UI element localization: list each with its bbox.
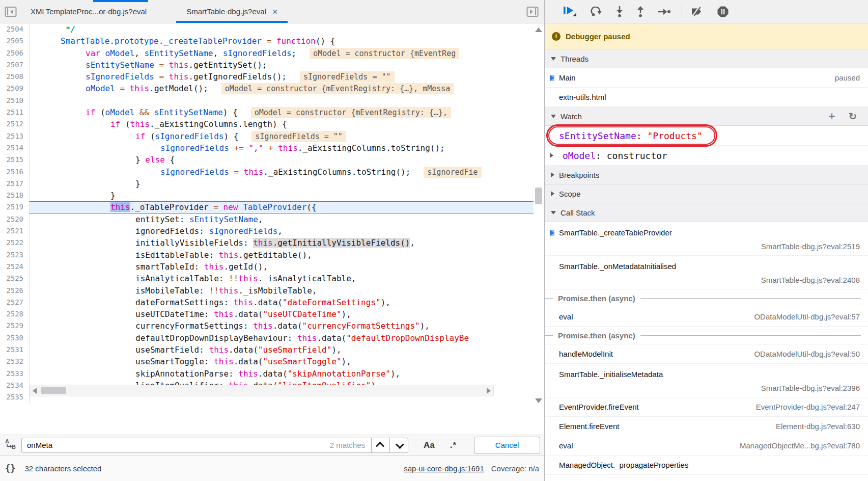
step-button[interactable]	[658, 8, 671, 16]
horizontal-scrollbar[interactable]	[30, 385, 494, 396]
stack-frame[interactable]: evalODataModelUtil-dbg.js?eval:57	[545, 307, 868, 327]
source-file-link[interactable]: sap-ui-core-dbg.js:1691	[404, 464, 484, 473]
case-sensitive-toggle[interactable]: Aa	[424, 440, 435, 450]
stack-frame[interactable]: Element.fireEventElement-dbg.js?eval:630	[545, 417, 868, 436]
scroll-right-arrow-icon[interactable]	[487, 388, 491, 394]
line-number[interactable]: 2524	[0, 261, 30, 273]
line-number[interactable]: 2512	[0, 118, 30, 130]
line-number[interactable]: 2526	[0, 285, 30, 297]
line-number[interactable]: 2504	[0, 23, 30, 35]
stack-frame[interactable]: ManagedObject._propagateProperties	[545, 456, 868, 475]
line-number[interactable]: 2535	[0, 391, 30, 403]
frame-location: SmartTable-dbg.js?eval:2408	[761, 276, 860, 284]
code-line-content: isMobileTable: !!this._isMobileTable,	[30, 285, 534, 297]
threads-section-header[interactable]: Threads	[545, 49, 868, 68]
code-editor[interactable]: 2504 */2505SmartTable.prototype._createT…	[0, 23, 534, 408]
next-match-button[interactable]	[389, 438, 408, 452]
thread-row[interactable]: extn-utils.html	[545, 88, 868, 107]
watch-expression[interactable]: oModel: constructor	[545, 146, 868, 166]
line-number[interactable]: 2514	[0, 142, 30, 154]
paused-pointer-icon	[550, 75, 554, 81]
async-separator-label: Promise.then (async)	[558, 294, 635, 303]
scope-section-header[interactable]: Scope	[545, 184, 868, 203]
breakpoints-section-header[interactable]: Breakpoints	[545, 166, 868, 184]
line-number[interactable]: 2511	[0, 106, 30, 118]
code-line-2510: 2510	[0, 95, 534, 106]
add-watch-icon[interactable]: +	[828, 110, 835, 122]
code-line-content: skipAnnotationParse: this.data("skipAnno…	[30, 368, 534, 380]
watch-section-header[interactable]: Watch + ↻	[545, 107, 868, 126]
line-number[interactable]: 2513	[0, 130, 30, 142]
line-number[interactable]: 2523	[0, 249, 30, 261]
thread-row[interactable]: Mainpaused	[545, 68, 868, 88]
search-input[interactable]	[22, 441, 330, 449]
devtools-active-tab-indicator	[93, 0, 148, 2]
line-number[interactable]: 2517	[0, 178, 30, 190]
step-over-button[interactable]	[591, 7, 602, 16]
code-line-2531: 2531useSmartField: this.data("useSmartFi…	[0, 344, 534, 356]
vertical-scroll-thumb[interactable]	[535, 188, 542, 204]
line-number[interactable]: 2505	[0, 35, 30, 47]
line-number[interactable]: 2520	[0, 213, 30, 225]
stack-frame[interactable]: SmartTable._createTableProviderSmartTabl…	[545, 222, 868, 256]
frame-location: ODataModelUtil-dbg.js?eval:50	[748, 350, 860, 358]
line-number[interactable]: 2510	[0, 95, 30, 106]
stack-frame[interactable]: EventProvider.fireEventEventProvider-dbg…	[545, 397, 868, 417]
line-number[interactable]: 2530	[0, 332, 30, 344]
line-number[interactable]: 2521	[0, 225, 30, 237]
call-stack-section-header[interactable]: Call Stack	[545, 203, 868, 222]
tab-1[interactable]: XMLTemplateProc...or-dbg.js?eval	[20, 0, 157, 23]
regex-toggle[interactable]: .*	[450, 440, 457, 450]
line-number[interactable]: 2508	[0, 71, 30, 83]
scroll-left-arrow-icon[interactable]	[33, 388, 37, 394]
line-number[interactable]: 2518	[0, 190, 30, 201]
step-out-button[interactable]	[637, 6, 644, 17]
previous-match-button[interactable]	[371, 438, 389, 452]
line-number[interactable]: 2525	[0, 273, 30, 284]
line-number[interactable]: 2509	[0, 83, 30, 94]
step-in-button[interactable]	[616, 6, 623, 17]
current-frame-icon	[550, 230, 554, 236]
thread-name: Main	[559, 73, 576, 82]
scroll-up-arrow-icon[interactable]	[535, 28, 542, 32]
horizontal-scroll-thumb[interactable]	[41, 387, 66, 394]
watch-expression[interactable]: sEntitySetName: "Products"	[545, 126, 868, 146]
pretty-print-button[interactable]: {}	[5, 463, 15, 473]
code-line-content	[30, 95, 534, 106]
tab-2[interactable]: SmartTable-dbg.js?eval×	[176, 0, 288, 23]
debug-controls-toolbar	[545, 0, 868, 23]
line-number[interactable]: 2507	[0, 59, 30, 71]
line-number[interactable]: 2527	[0, 297, 30, 308]
line-number[interactable]: 2528	[0, 308, 30, 320]
code-line-2512: 2512if (this._aExistingColumns.length) {	[0, 118, 534, 130]
collapse-sources-pane-button[interactable]	[4, 5, 17, 18]
code-line-content: dateFormatSettings: this.data("dateForma…	[30, 297, 534, 308]
line-number[interactable]: 2533	[0, 368, 30, 380]
line-number[interactable]: 2516	[0, 166, 30, 178]
search-bar: A B 2 matches Aa .* Cancel	[0, 435, 544, 455]
line-number[interactable]: 2522	[0, 237, 30, 249]
line-number[interactable]: 2529	[0, 320, 30, 332]
close-tab-icon[interactable]: ×	[272, 7, 278, 16]
refresh-watch-icon[interactable]: ↻	[849, 112, 857, 121]
vertical-scrollbar[interactable]	[534, 23, 544, 408]
stack-frame[interactable]: evalManagedObjectMe...bg.js?eval:780	[545, 436, 868, 456]
deactivate-breakpoints-button[interactable]	[691, 7, 704, 16]
line-number[interactable]: 2532	[0, 356, 30, 367]
thread-status: paused	[835, 73, 860, 82]
line-number[interactable]: 2519	[0, 201, 30, 213]
cancel-button[interactable]: Cancel	[474, 437, 540, 454]
pause-on-exceptions-button[interactable]	[717, 6, 729, 17]
stack-frame[interactable]: handleModelInitODataModelUtil-dbg.js?eva…	[545, 344, 868, 364]
resume-button[interactable]	[563, 6, 577, 17]
line-number[interactable]: 2534	[0, 380, 30, 391]
resume-icon	[563, 6, 577, 17]
scroll-down-arrow-icon[interactable]	[535, 398, 542, 403]
expand-panes-button[interactable]	[526, 5, 539, 18]
code-line-2516: 2516sIgnoredFields = this._aExistingColu…	[0, 166, 534, 178]
line-number[interactable]: 2515	[0, 154, 30, 166]
stack-frame[interactable]: SmartTable._initialiseMetadataSmartTable…	[545, 364, 868, 397]
stack-frame[interactable]: SmartTable._onMetadataInitialisedSmartTa…	[545, 256, 868, 289]
line-number[interactable]: 2531	[0, 344, 30, 356]
line-number[interactable]: 2506	[0, 47, 30, 59]
